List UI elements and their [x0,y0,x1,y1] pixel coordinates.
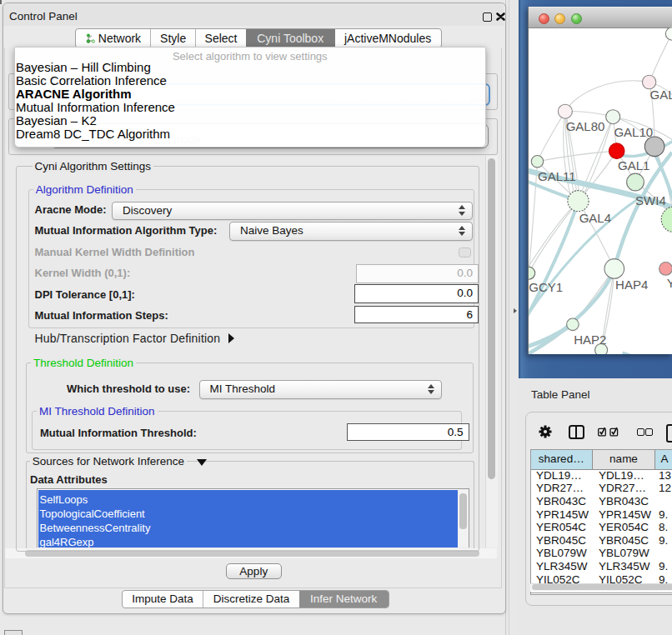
svg-text:GCY1: GCY1 [529,280,563,294]
svg-text:GAL7: GAL7 [649,88,672,102]
svg-text:GAL1: GAL1 [618,158,649,172]
svg-text:GAL11: GAL11 [538,168,576,182]
svg-text:GAL10: GAL10 [614,124,653,138]
svg-text:Y: Y [666,275,672,289]
svg-text:GAL80: GAL80 [565,118,604,132]
svg-text:SWI4: SWI4 [635,192,666,207]
svg-text:HAP2: HAP2 [574,332,606,346]
svg-text:HAP4: HAP4 [615,277,648,291]
svg-text:GAL4: GAL4 [579,210,610,224]
